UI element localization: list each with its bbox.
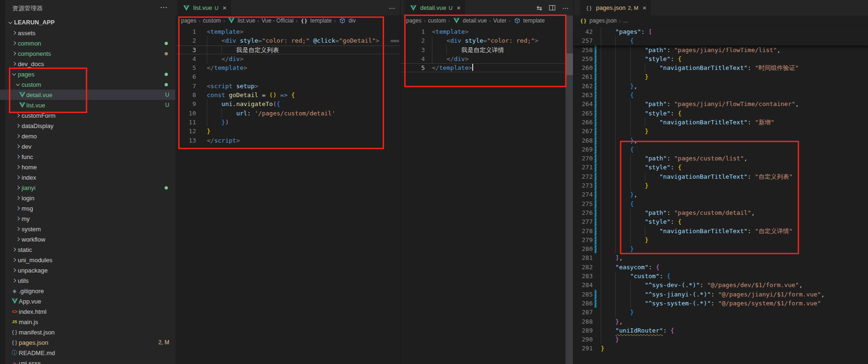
tree-item-uni_modules[interactable]: uni_modules bbox=[0, 255, 175, 265]
open-changes-icon[interactable]: ⇆ bbox=[536, 4, 542, 12]
code-line[interactable]: 265 "style": { bbox=[574, 109, 868, 118]
code-line[interactable]: 285 "^sys-jianyi-(.*)": "@/pages/jianyi/… bbox=[574, 290, 868, 299]
tree-item-static[interactable]: static bbox=[0, 244, 175, 255]
breadcrumb-item[interactable]: { }pages.json bbox=[579, 17, 617, 24]
code-line[interactable]: 257 { bbox=[574, 36, 868, 45]
tree-item-assets[interactable]: assets bbox=[0, 28, 175, 38]
code-line[interactable]: 282 "easycom": { bbox=[574, 263, 868, 272]
code-line[interactable]: 6 bbox=[175, 72, 400, 81]
tree-item-unpackage[interactable]: unpackage bbox=[0, 265, 175, 275]
code-line[interactable]: 272 "navigationBarTitleText": "自定义列表" bbox=[574, 172, 868, 181]
tree-item-components[interactable]: components bbox=[0, 48, 175, 59]
tree-item-dev_docs[interactable]: dev_docs bbox=[0, 59, 175, 69]
code-line[interactable]: 12} bbox=[175, 127, 400, 136]
code-line[interactable]: 269 { bbox=[574, 145, 868, 154]
code-line[interactable]: 264 "path": "pages/jianyi/flowTime/conta… bbox=[574, 99, 868, 108]
code-line[interactable]: 7<script setup> bbox=[175, 82, 400, 91]
tree-item-LEARUN_APP[interactable]: LEARUN_APP bbox=[0, 17, 175, 28]
code-line[interactable]: 42 "pages": [ bbox=[574, 27, 868, 36]
code-line[interactable]: 9 uni.navigateTo({ bbox=[175, 99, 400, 108]
code-line[interactable]: 1<template> bbox=[175, 27, 400, 36]
code-line[interactable]: 271 "style": { bbox=[574, 163, 868, 172]
tab-list-vue[interactable]: list.vueU× bbox=[177, 0, 231, 15]
code-line[interactable]: 276 "path": "pages/custom/detail", bbox=[574, 208, 868, 217]
tree-item-.gitignore[interactable]: ◆.gitignore bbox=[0, 286, 175, 296]
breadcrumb-item[interactable]: pages bbox=[181, 17, 196, 24]
tree-item-msg[interactable]: msg bbox=[0, 203, 175, 213]
code-line[interactable]: 280 } bbox=[574, 244, 868, 253]
code-line[interactable]: 287 } bbox=[574, 308, 868, 317]
code-line[interactable]: 5</template> bbox=[400, 63, 574, 72]
code-line[interactable]: 274 }, bbox=[574, 190, 868, 199]
code-line[interactable]: 3 我是自定义列表 bbox=[175, 46, 400, 54]
more-actions-icon[interactable]: ⋯ bbox=[389, 4, 395, 12]
code-line[interactable]: 4 </div> bbox=[400, 54, 574, 63]
code-line[interactable]: 288 }, bbox=[574, 317, 868, 326]
tab-pages-json[interactable]: { }pages.json2, M× bbox=[580, 0, 651, 15]
tree-item-customForm[interactable]: customForm bbox=[0, 110, 175, 121]
breadcrumb-item[interactable]: template bbox=[513, 17, 545, 24]
code-line[interactable]: 290 } bbox=[574, 335, 868, 344]
tree-item-README.md[interactable]: ⓘREADME.md bbox=[0, 348, 175, 358]
tree-item-pages.json[interactable]: { }pages.json2, M bbox=[0, 337, 175, 348]
code-line[interactable]: 286 "^sys-system-(.*)": "@/pages/system/… bbox=[574, 299, 868, 308]
tree-item-workflow[interactable]: workflow bbox=[0, 234, 175, 244]
breadcrumb-item[interactable]: custom bbox=[428, 17, 446, 24]
tree-item-manifest.json[interactable]: { }manifest.json bbox=[0, 327, 175, 337]
tree-item-index[interactable]: index bbox=[0, 172, 175, 182]
code-area[interactable]: 42 "pages": [257 {258 "path": "pages/jia… bbox=[574, 26, 868, 364]
code-line[interactable]: 289 "uniIdRouter": { bbox=[574, 326, 868, 335]
breadcrumb-item[interactable]: Vue - Official bbox=[262, 17, 294, 24]
tree-item-login[interactable]: login bbox=[0, 193, 175, 203]
tree-item-demo[interactable]: demo bbox=[0, 131, 175, 141]
code-area[interactable]: 1<template>2 <div style="color: red;">3 … bbox=[400, 26, 574, 364]
code-line[interactable]: 10 url: '/pages/custom/detail' bbox=[175, 109, 400, 118]
code-line[interactable]: 263 { bbox=[574, 91, 868, 99]
close-icon[interactable]: × bbox=[457, 4, 460, 12]
code-area[interactable]: 1<template>2 <div style="color: red;" @c… bbox=[175, 26, 400, 364]
code-line[interactable]: 281 ], bbox=[574, 253, 868, 262]
code-line[interactable]: 13</script> bbox=[175, 136, 400, 145]
code-line[interactable]: 3 我是自定义详情 bbox=[400, 46, 574, 54]
code-line[interactable]: 4 </div> bbox=[175, 54, 400, 63]
code-line[interactable]: 268 }, bbox=[574, 136, 868, 145]
code-line[interactable]: 1<template> bbox=[400, 27, 574, 36]
code-line[interactable]: 266 "navigationBarTitleText": "新增" bbox=[574, 118, 868, 127]
tree-item-func[interactable]: func bbox=[0, 152, 175, 162]
code-line[interactable]: 2 <div style="color: red;" @click="goDet… bbox=[175, 36, 400, 45]
tree-item-system[interactable]: system bbox=[0, 224, 175, 234]
breadcrumb-item[interactable]: { }template bbox=[300, 17, 332, 24]
code-line[interactable]: 284 "^sys-dev-(.*)": "@/pages/dev/$1/for… bbox=[574, 281, 868, 289]
code-line[interactable]: 275 { bbox=[574, 199, 868, 208]
tree-item-detail.vue[interactable]: detail.vueU bbox=[0, 90, 175, 100]
code-line[interactable]: 279 } bbox=[574, 235, 868, 244]
tree-item-main.js[interactable]: JSmain.js bbox=[0, 317, 175, 327]
breadcrumb-item[interactable]: list.vue bbox=[227, 17, 255, 24]
code-line[interactable]: 258 "path": "pages/jianyi/flowTime/list"… bbox=[574, 46, 868, 54]
code-line[interactable]: 273 } bbox=[574, 181, 868, 190]
tree-item-jianyi[interactable]: jianyi bbox=[0, 182, 175, 193]
breadcrumb-item[interactable]: div bbox=[338, 17, 355, 24]
more-actions-icon[interactable]: ⋯ bbox=[562, 4, 569, 12]
tree-item-dataDisplay[interactable]: dataDisplay bbox=[0, 121, 175, 131]
breadcrumb-item[interactable]: custom bbox=[203, 17, 221, 24]
tree-item-utils[interactable]: utils bbox=[0, 275, 175, 286]
code-line[interactable]: 5</template> bbox=[175, 63, 400, 72]
code-line[interactable]: 277 "style": { bbox=[574, 217, 868, 226]
tree-item-App.vue[interactable]: App.vue bbox=[0, 296, 175, 306]
code-line[interactable]: 8const goDetail = () => { bbox=[175, 91, 400, 99]
tree-item-home[interactable]: home bbox=[0, 162, 175, 172]
tree-item-list.vue[interactable]: list.vueU bbox=[0, 100, 175, 110]
tree-item-index.html[interactable]: <>index.html bbox=[0, 306, 175, 317]
tree-item-pages[interactable]: pages bbox=[0, 69, 175, 79]
breadcrumb-item[interactable]: detail.vue bbox=[453, 17, 487, 24]
tree-item-dev[interactable]: dev bbox=[0, 141, 175, 152]
close-icon[interactable]: × bbox=[223, 4, 226, 12]
code-line[interactable]: 11 }) bbox=[175, 118, 400, 127]
code-line[interactable]: 2 <div style="color: red;"> bbox=[400, 36, 574, 45]
close-icon[interactable]: × bbox=[642, 4, 646, 12]
code-line[interactable]: 283 "custom": { bbox=[574, 272, 868, 281]
tab-detail-vue[interactable]: detail.vueU× bbox=[404, 0, 465, 15]
code-line[interactable]: 262 }, bbox=[574, 82, 868, 91]
split-editor-icon[interactable] bbox=[549, 4, 555, 12]
